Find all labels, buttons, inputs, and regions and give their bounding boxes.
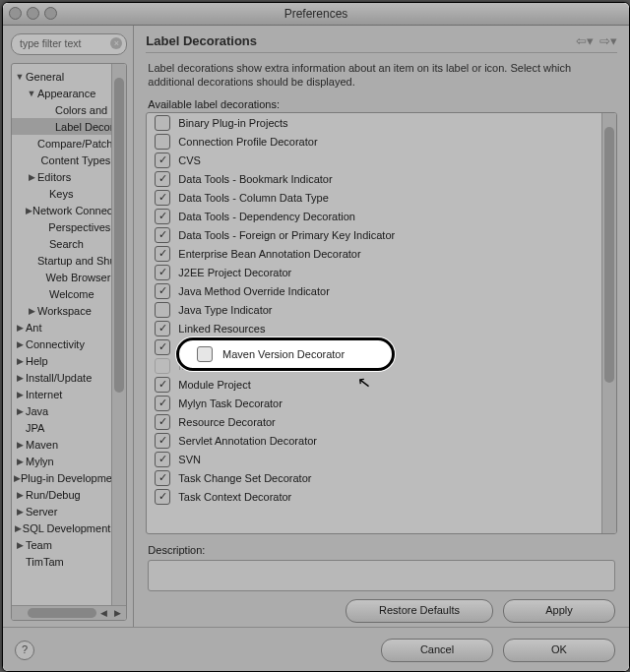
checkbox[interactable]: ✓ <box>155 153 170 168</box>
checkbox[interactable]: ✓ <box>155 283 170 299</box>
chevron-right-icon[interactable]: ▶ <box>14 440 26 450</box>
clear-filter-icon[interactable]: × <box>110 37 122 49</box>
tree-vertical-scrollbar[interactable] <box>111 64 126 606</box>
checkbox[interactable]: ✓ <box>155 396 170 411</box>
tree-item[interactable]: Web Browser <box>12 269 112 285</box>
checkbox[interactable]: ✓ <box>155 377 170 393</box>
tree-item[interactable]: ▼Appearance <box>12 85 112 101</box>
chevron-right-icon[interactable]: ▶ <box>14 507 26 517</box>
chevron-right-icon[interactable]: ▶ <box>14 457 26 466</box>
tree-item[interactable]: Label Decorations <box>12 118 112 135</box>
checkbox[interactable]: ✓ <box>155 470 170 486</box>
nav-forward-icon[interactable]: ⇨▾ <box>599 33 617 48</box>
list-vertical-scrollbar[interactable] <box>601 113 616 533</box>
tree-item[interactable]: ▶Maven <box>12 436 112 453</box>
chevron-down-icon[interactable]: ▼ <box>26 89 37 98</box>
close-icon[interactable] <box>9 7 22 20</box>
list-item[interactable]: ✓Data Tools - Column Data Type <box>147 188 602 207</box>
checkbox[interactable] <box>155 302 170 318</box>
chevron-right-icon[interactable]: ▶ <box>14 473 21 483</box>
list-item[interactable]: Connection Profile Decorator <box>147 132 602 151</box>
tree-item[interactable]: ▼General <box>12 68 112 85</box>
filter-input[interactable]: type filter text × <box>11 33 127 55</box>
chevron-right-icon[interactable]: ▶ <box>14 540 26 550</box>
tree-item[interactable]: ▶SQL Development <box>12 519 112 536</box>
chevron-right-icon[interactable]: ▶ <box>14 490 26 500</box>
checkbox[interactable]: ✓ <box>155 321 170 336</box>
list-item[interactable]: ✓Servlet Annotation Decorator <box>147 431 602 450</box>
zoom-icon[interactable] <box>44 7 57 20</box>
checkbox[interactable]: ✓ <box>155 209 170 224</box>
tree-item[interactable]: ▶Plug-in Development <box>12 469 112 486</box>
tree-item[interactable]: ▶Install/Update <box>12 369 112 386</box>
tree-item[interactable]: ▶Run/Debug <box>12 486 112 503</box>
list-item[interactable]: ✓Task Change Set Decorator <box>147 468 602 487</box>
tree-item[interactable]: Startup and Shutdown <box>12 252 112 269</box>
apply-button[interactable]: Apply <box>503 599 615 623</box>
tree-item[interactable]: Search <box>12 235 112 252</box>
chevron-right-icon[interactable]: ▶ <box>14 523 23 533</box>
chevron-right-icon[interactable]: ▶ <box>14 356 26 366</box>
chevron-right-icon[interactable]: ▶ <box>26 206 32 215</box>
scroll-right-icon[interactable]: ▶ <box>110 606 124 620</box>
list-item[interactable]: ✓Data Tools - Foreign or Primary Key Ind… <box>147 225 602 244</box>
maven-version-decorator-callout[interactable]: Maven Version Decorator <box>176 337 395 371</box>
checkbox[interactable]: ✓ <box>155 414 170 430</box>
tree-item[interactable]: ▶Editors <box>12 168 112 185</box>
checkbox[interactable]: ✓ <box>155 171 170 187</box>
list-item[interactable]: Binary Plug-in Projects <box>147 113 602 132</box>
tree-item[interactable]: Compare/Patch <box>12 135 112 152</box>
chevron-right-icon[interactable]: ▶ <box>14 406 26 416</box>
minimize-icon[interactable] <box>27 7 39 20</box>
tree-item[interactable]: ▶Team <box>12 536 112 553</box>
tree-item[interactable]: JPA <box>12 419 112 436</box>
list-item[interactable]: ✓Linked Resources <box>147 319 602 337</box>
list-item[interactable]: ✓Enterprise Bean Annotation Decorator <box>147 244 602 263</box>
tree-item[interactable]: ▶Ant <box>12 319 112 336</box>
checkbox[interactable] <box>155 134 170 150</box>
list-item[interactable]: ✓Task Context Decorator <box>147 487 602 506</box>
restore-defaults-button[interactable]: Restore Defaults <box>346 599 493 623</box>
tree-item[interactable]: Content Types <box>12 152 112 168</box>
list-item[interactable]: ✓CVS <box>147 151 602 169</box>
checkbox[interactable]: ✓ <box>155 452 170 467</box>
tree-item[interactable]: ▶Mylyn <box>12 453 112 469</box>
list-item[interactable]: ✓Module Project <box>147 375 602 394</box>
checkbox[interactable]: ✓ <box>155 265 170 280</box>
tree-item[interactable]: Colors and Fonts <box>12 101 112 118</box>
checkbox[interactable]: ✓ <box>155 489 170 505</box>
chevron-right-icon[interactable]: ▶ <box>26 306 37 316</box>
tree-item[interactable]: ▶Network Connections <box>12 202 112 218</box>
tree-item[interactable]: ▶Internet <box>12 386 112 402</box>
checkbox[interactable]: ✓ <box>155 433 170 449</box>
tree-item[interactable]: TimTam <box>12 553 112 570</box>
checkbox[interactable]: ✓ <box>155 339 170 355</box>
chevron-right-icon[interactable]: ▶ <box>26 172 37 182</box>
list-item[interactable]: ✓Resource Decorator <box>147 412 602 431</box>
cancel-button[interactable]: Cancel <box>381 639 493 662</box>
scroll-left-icon[interactable]: ◀ <box>96 606 110 620</box>
checkbox[interactable]: ✓ <box>155 246 170 262</box>
list-item[interactable]: ✓SVN <box>147 450 602 468</box>
checkbox[interactable]: ✓ <box>155 227 170 243</box>
tree-horizontal-scrollbar[interactable]: ◀▶ <box>12 605 126 620</box>
list-item[interactable]: ✓J2EE Project Decorator <box>147 263 602 281</box>
checkbox[interactable] <box>155 358 170 374</box>
description-box[interactable] <box>148 560 615 591</box>
chevron-down-icon[interactable]: ▼ <box>14 72 26 82</box>
list-item[interactable]: ✓Mylyn Task Decorator <box>147 394 602 412</box>
ok-button[interactable]: OK <box>503 639 615 662</box>
chevron-right-icon[interactable]: ▶ <box>14 323 26 333</box>
tree-item[interactable]: ▶Java <box>12 402 112 419</box>
checkbox[interactable] <box>155 115 170 131</box>
tree-item[interactable]: ▶Help <box>12 352 112 369</box>
titlebar[interactable]: Preferences <box>3 3 629 26</box>
list-item[interactable]: ✓Data Tools - Dependency Decoration <box>147 207 602 225</box>
list-item[interactable]: ✓Data Tools - Bookmark Indicator <box>147 169 602 188</box>
nav-back-icon[interactable]: ⇦▾ <box>576 33 594 48</box>
list-item[interactable]: Java Type Indicator <box>147 300 602 319</box>
help-icon[interactable]: ? <box>15 641 34 660</box>
chevron-right-icon[interactable]: ▶ <box>14 390 26 399</box>
tree-item[interactable]: ▶Workspace <box>12 302 112 319</box>
chevron-right-icon[interactable]: ▶ <box>14 339 26 349</box>
